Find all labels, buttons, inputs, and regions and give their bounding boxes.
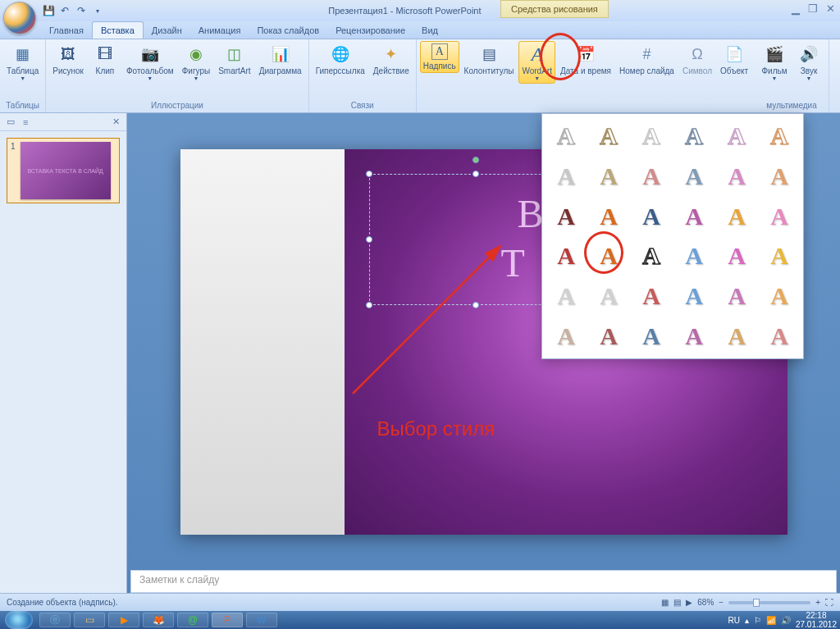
- resize-handle-tl[interactable]: [366, 171, 372, 177]
- wordart-style-15[interactable]: A: [673, 197, 714, 235]
- clip-button[interactable]: 🎞Клип: [89, 41, 121, 78]
- task-powerpoint[interactable]: P: [212, 613, 243, 627]
- wordart-style-8[interactable]: A: [631, 157, 672, 196]
- wordart-style-16[interactable]: A: [716, 197, 757, 235]
- rotate-handle[interactable]: [472, 157, 479, 163]
- wordart-style-33[interactable]: A: [673, 317, 714, 355]
- office-button[interactable]: [3, 2, 36, 34]
- wordart-style-14[interactable]: A: [631, 197, 672, 235]
- task-mail[interactable]: @: [177, 613, 208, 627]
- wordart-style-2[interactable]: A: [631, 117, 672, 156]
- movie-button[interactable]: 🎬Фильм▼: [758, 41, 791, 84]
- tray-volume-icon[interactable]: 🔊: [781, 616, 791, 625]
- wordart-style-31[interactable]: A: [588, 317, 629, 355]
- picture-button[interactable]: 🖼Рисунок: [49, 41, 87, 78]
- tray-show-hidden-icon[interactable]: ▴: [745, 616, 749, 625]
- task-explorer[interactable]: ▭: [74, 613, 105, 627]
- start-button[interactable]: [5, 611, 33, 629]
- datetime-button[interactable]: 📅Дата и время: [557, 41, 614, 78]
- object-button[interactable]: 📄Объект: [717, 41, 751, 78]
- close-icon[interactable]: ✕: [826, 2, 835, 15]
- tab-view[interactable]: Вид: [413, 22, 446, 39]
- view-sorter-icon[interactable]: ▤: [673, 598, 681, 607]
- minimize-icon[interactable]: ▁: [792, 2, 800, 15]
- wordart-style-27[interactable]: A: [673, 277, 714, 316]
- zoom-in-icon[interactable]: +: [815, 598, 820, 607]
- wordart-style-6[interactable]: A: [546, 157, 587, 196]
- wordart-style-7[interactable]: A: [588, 157, 629, 196]
- resize-handle-mt[interactable]: [472, 171, 479, 177]
- wordart-style-4[interactable]: A: [716, 117, 757, 156]
- resize-handle-ml[interactable]: [366, 236, 372, 243]
- wordart-style-34[interactable]: A: [716, 317, 757, 355]
- tab-slideshow[interactable]: Показ слайдов: [249, 22, 327, 39]
- symbol-button[interactable]: ΩСимвол: [679, 41, 715, 78]
- slides-tab-icon[interactable]: ▭: [7, 116, 15, 127]
- chart-button[interactable]: 📊Диаграмма: [256, 41, 305, 78]
- notes-pane[interactable]: Заметки к слайду: [130, 570, 837, 593]
- fit-icon[interactable]: ⛶: [825, 598, 833, 607]
- wordart-style-10[interactable]: A: [716, 157, 757, 196]
- wordart-style-32[interactable]: A: [631, 317, 672, 355]
- qat-more-icon[interactable]: ▾: [90, 3, 105, 18]
- wordart-style-30[interactable]: A: [546, 317, 587, 355]
- wordart-style-21[interactable]: A: [673, 237, 714, 276]
- wordart-style-5[interactable]: A: [759, 117, 800, 156]
- save-icon[interactable]: 💾: [41, 3, 56, 18]
- task-player[interactable]: ▶: [108, 613, 139, 627]
- zoom-slider[interactable]: [728, 601, 810, 604]
- tab-insert[interactable]: Вставка: [92, 21, 144, 39]
- clock[interactable]: 22:18 27.01.2012: [796, 611, 837, 629]
- wordart-style-9[interactable]: A: [673, 157, 714, 196]
- tray-network-icon[interactable]: 📶: [766, 616, 776, 625]
- language-indicator[interactable]: RU: [728, 616, 739, 625]
- slide-thumbnail-1[interactable]: 1 ВСТАВКА ТЕКСТА В СЛАЙД: [7, 138, 120, 203]
- zoom-out-icon[interactable]: −: [719, 598, 724, 607]
- action-button[interactable]: ✦Действие: [370, 41, 413, 78]
- task-word[interactable]: W: [246, 613, 277, 627]
- slidenum-button[interactable]: #Номер слайда: [616, 41, 678, 78]
- album-button[interactable]: 📷Фотоальбом▼: [123, 41, 177, 84]
- undo-icon[interactable]: ↶: [57, 3, 72, 18]
- wordart-style-0[interactable]: A: [546, 117, 587, 156]
- restore-icon[interactable]: ❐: [808, 2, 818, 15]
- contextual-tab-drawing[interactable]: Средства рисования: [500, 0, 609, 18]
- wordart-style-12[interactable]: A: [546, 197, 587, 235]
- tab-animation[interactable]: Анимация: [190, 22, 249, 39]
- wordart-style-13[interactable]: A: [588, 197, 629, 235]
- resize-handle-mb[interactable]: [472, 302, 479, 308]
- wordart-style-26[interactable]: A: [631, 277, 672, 316]
- task-ie[interactable]: ⓔ: [39, 613, 71, 627]
- wordart-style-29[interactable]: A: [759, 277, 800, 316]
- wordart-style-1[interactable]: A: [588, 117, 629, 156]
- zoom-slider-thumb[interactable]: [753, 599, 760, 607]
- wordart-button[interactable]: AWordArt▼: [518, 41, 555, 84]
- wordart-style-18[interactable]: A: [546, 237, 587, 276]
- view-normal-icon[interactable]: ▦: [661, 598, 669, 607]
- wordart-style-22[interactable]: A: [716, 237, 757, 276]
- view-slideshow-icon[interactable]: ▶: [686, 598, 692, 607]
- wordart-style-28[interactable]: A: [716, 277, 757, 316]
- wordart-style-25[interactable]: A: [588, 277, 629, 316]
- headerfooter-button[interactable]: ▤Колонтитулы: [461, 41, 518, 78]
- wordart-style-20[interactable]: A: [631, 237, 672, 276]
- outline-tab-icon[interactable]: ≡: [23, 117, 28, 127]
- tab-home[interactable]: Главная: [41, 22, 92, 39]
- wordart-style-24[interactable]: A: [546, 277, 587, 316]
- wordart-style-19[interactable]: A: [588, 237, 629, 276]
- hyperlink-button[interactable]: 🌐Гиперссылка: [313, 41, 368, 78]
- textbox-button[interactable]: AНадпись: [420, 41, 459, 73]
- tray-flag-icon[interactable]: ⚐: [754, 616, 761, 625]
- smartart-button[interactable]: ◫SmartArt: [215, 41, 253, 78]
- wordart-style-23[interactable]: A: [759, 237, 800, 276]
- task-firefox[interactable]: 🦊: [143, 613, 174, 627]
- close-panel-icon[interactable]: ✕: [112, 116, 120, 127]
- redo-icon[interactable]: ↷: [74, 3, 89, 18]
- wordart-style-35[interactable]: A: [759, 317, 800, 355]
- wordart-style-17[interactable]: A: [759, 197, 800, 235]
- sound-button[interactable]: 🔊Звук▼: [792, 41, 825, 84]
- tab-design[interactable]: Дизайн: [144, 22, 190, 39]
- tab-review[interactable]: Рецензирование: [327, 22, 413, 39]
- resize-handle-bl[interactable]: [366, 302, 372, 308]
- shapes-button[interactable]: ◉Фигуры▼: [179, 41, 213, 84]
